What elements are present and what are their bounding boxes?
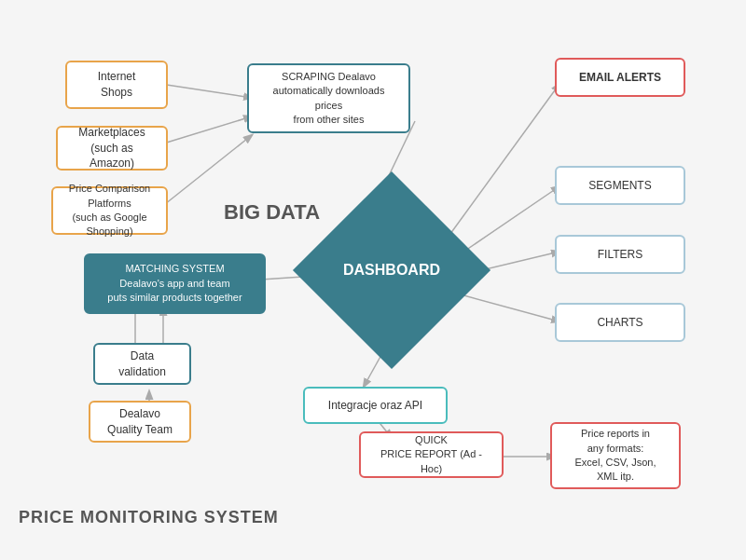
price-reports-label: Price reports in any formats: Excel, CSV… xyxy=(574,427,656,485)
segments-node: SEGMENTS xyxy=(555,166,685,205)
svg-line-10 xyxy=(448,84,560,238)
dealavo-quality-node: Dealavo Quality Team xyxy=(89,401,191,443)
integracje-label: Integracje oraz API xyxy=(328,398,422,414)
svg-line-0 xyxy=(160,84,252,98)
svg-line-2 xyxy=(160,135,252,208)
price-comparison-label: Price Comparison Platforms (such as Goog… xyxy=(62,182,157,239)
quick-price-report-label: QUICK PRICE REPORT (Ad - Hoc) xyxy=(370,433,492,476)
price-monitoring-label: PRICE MONITORING SYSTEM xyxy=(19,508,279,527)
quick-price-report-node: QUICK PRICE REPORT (Ad - Hoc) xyxy=(359,431,504,478)
big-data-label: BIG DATA xyxy=(224,200,320,225)
filters-node: FILTERS xyxy=(555,235,685,274)
matching-system-label: MATCHING SYSTEM Dealavo's app and team p… xyxy=(107,262,242,305)
svg-line-11 xyxy=(457,186,560,256)
charts-label: CHARTS xyxy=(597,315,642,331)
data-validation-label: Data validation xyxy=(118,348,166,380)
charts-node: CHARTS xyxy=(555,303,685,342)
internet-shops-label: Internet Shops xyxy=(98,69,136,101)
email-alerts-label: EMAIL ALERTS xyxy=(579,70,661,86)
segments-label: SEGMENTS xyxy=(588,178,651,194)
marketplaces-label: Marketplaces (such as Amazon) xyxy=(67,125,157,171)
scraping-node: SCRAPING Dealavo automatically downloads… xyxy=(247,63,410,133)
email-alerts-node: EMAIL ALERTS xyxy=(555,58,685,97)
dealavo-quality-label: Dealavo Quality Team xyxy=(107,406,173,438)
marketplaces-node: Marketplaces (such as Amazon) xyxy=(56,126,168,171)
scraping-label: SCRAPING Dealavo automatically downloads… xyxy=(258,70,399,128)
svg-line-1 xyxy=(160,116,252,144)
dashboard-label: DASHBOARD xyxy=(322,200,462,340)
matching-system-node: MATCHING SYSTEM Dealavo's app and team p… xyxy=(84,253,266,314)
svg-line-13 xyxy=(457,294,560,321)
data-validation-node: Data validation xyxy=(93,343,191,385)
integracje-node: Integracje oraz API xyxy=(303,387,448,424)
internet-shops-node: Internet Shops xyxy=(65,61,168,109)
filters-label: FILTERS xyxy=(598,247,642,263)
price-reports-node: Price reports in any formats: Excel, CSV… xyxy=(550,422,681,489)
price-comparison-node: Price Comparison Platforms (such as Goog… xyxy=(51,186,168,235)
